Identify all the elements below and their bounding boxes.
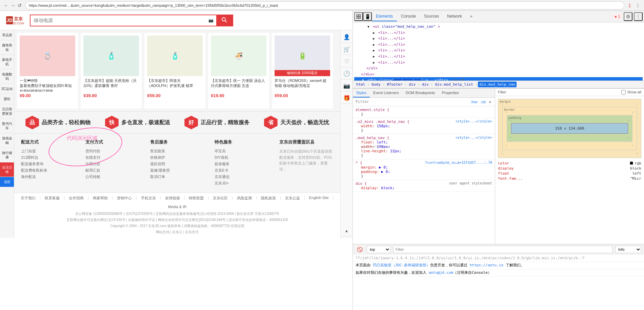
styles-tab-dom-breakpoints[interactable]: DOM Breakpoints — [402, 89, 439, 97]
sidebar-item-4[interactable]: 3C运动 — [0, 84, 14, 94]
dom-line-5[interactable]: <li>...</li> — [354, 53, 643, 60]
bottom-link-marketing[interactable]: 营销中心 — [117, 196, 132, 201]
console-log-link-aotu[interactable]: https://aotu.io — [470, 263, 503, 267]
console-clear-btn[interactable]: 🚫 — [356, 246, 364, 253]
footer-link-0-1[interactable]: 211限时达 — [21, 155, 75, 160]
rs-camera2-btn[interactable]: 📷 — [341, 80, 353, 92]
sidebar-item-10[interactable]: 还没迁移 — [0, 162, 14, 177]
sidebar-item-2[interactable]: 家电手机 — [0, 55, 14, 69]
bottom-link-sales[interactable]: 销售联盟 — [189, 196, 204, 201]
dom-triangle-1[interactable] — [372, 30, 376, 36]
bottom-link-cs[interactable]: 联系客服 — [45, 196, 60, 201]
bottom-link-privacy[interactable]: 隐私政策 — [261, 196, 276, 201]
bottom-link-about[interactable]: 关于我们 — [21, 196, 36, 201]
bottom-link-help[interactable]: 商家帮助 — [93, 196, 108, 201]
bottom-link-community[interactable]: 京东社区 — [213, 196, 228, 201]
console-level-select[interactable]: top verbose info warning error — [367, 246, 390, 253]
rs-heart-btn[interactable]: ♡ — [341, 56, 353, 67]
sidebar-item-7[interactable]: 图书汽车 — [0, 119, 14, 133]
sidebar-item-1[interactable]: 服饰美妆 — [0, 40, 14, 55]
sidebar-item-top[interactable]: 顶部 — [0, 177, 14, 187]
dom-line-4[interactable]: <li>...</li> — [354, 47, 643, 53]
styles-filter-cls-btn[interactable]: .cls — [479, 99, 487, 105]
footer-link-2-4[interactable]: 取消订单 — [150, 174, 204, 179]
footer-link-2-2[interactable]: 退款说明 — [150, 161, 204, 167]
css-source-mod-help-nav[interactable]: <style>...</style> — [456, 136, 492, 139]
footer-link-3-1[interactable]: DIY装机 — [215, 155, 269, 160]
bottom-link-english[interactable]: English Site — [309, 196, 329, 201]
footer-link-0-2[interactable]: 配送服务查询 — [21, 161, 75, 167]
forward-button[interactable]: → — [9, 2, 16, 9]
console-info-select[interactable]: Info Verbose Warnings Errors — [615, 246, 641, 253]
sidebar-item-3[interactable]: 电脑数码 — [0, 69, 14, 84]
dom-triangle-9[interactable] — [361, 77, 365, 80]
bottom-link-risk[interactable]: 风险监测 — [237, 196, 252, 201]
footer-link-3-2[interactable]: 延保服务 — [215, 161, 269, 167]
devtools-device-btn[interactable]: 📱 — [363, 12, 372, 21]
rs-up-btn[interactable]: ▲ — [341, 225, 353, 237]
styles-filter-input[interactable] — [355, 99, 469, 105]
back-button[interactable]: ← — [3, 2, 9, 9]
footer-link-1-3[interactable]: 邮局汇款 — [85, 168, 140, 173]
breadcrumb-body[interactable]: body — [370, 82, 382, 87]
address-bar[interactable]: https://www.jd.com/red-...&utm_source=ko… — [25, 1, 624, 9]
devtools-inspect-btn[interactable] — [354, 12, 363, 21]
dom-triangle-5[interactable] — [372, 53, 376, 60]
devtools-tab-elements[interactable]: Elements — [372, 12, 397, 21]
dom-line-2[interactable]: <li>...</li> — [354, 36, 643, 42]
dom-triangle-3[interactable] — [372, 42, 376, 48]
dom-line-6[interactable]: <li>...</li> — [354, 60, 643, 66]
sidebar-item-8[interactable]: 游戏金融 — [0, 133, 14, 148]
dom-line-3[interactable]: <li>...</li> — [354, 42, 643, 48]
bottom-link-media[interactable]: Media & IR — [168, 205, 186, 209]
footer-link-1-2[interactable]: 分期付款 — [85, 161, 140, 167]
breadcrumb-footer[interactable]: #footer — [385, 82, 404, 87]
refresh-button[interactable]: ↺ — [16, 2, 23, 9]
sidebar-item-5[interactable]: 爱吃 — [0, 94, 14, 104]
rs-cart-btn[interactable]: 🛒 — [341, 44, 353, 55]
dom-triangle-4[interactable] — [372, 47, 376, 53]
breadcrumb-div2[interactable]: div — [421, 82, 430, 87]
extensions-button[interactable]: 1 — [626, 2, 633, 9]
devtools-settings-btn[interactable]: ⚙ — [624, 12, 632, 21]
styles-filter-hov-btn[interactable]: :hov — [469, 99, 479, 105]
devtools-tab-network[interactable]: Network — [443, 12, 466, 21]
footer-link-1-4[interactable]: 公司转账 — [85, 174, 140, 179]
dom-line-1[interactable]: <li>...</li> — [354, 30, 643, 36]
bottom-link-friends[interactable]: 友情链接 — [165, 196, 180, 201]
styles-tab-styles[interactable]: Styles — [353, 89, 370, 97]
camera-icon[interactable]: 📷 — [206, 18, 216, 23]
devtools-more-btn[interactable]: ⋮ — [634, 12, 643, 21]
footer-link-3-5[interactable]: 京东JD+ — [215, 181, 269, 186]
dom-triangle-0[interactable] — [366, 24, 370, 30]
devtools-tab-console[interactable]: Console — [397, 12, 420, 21]
breadcrumb-div-mod-help-nav[interactable]: div.mod_help_nav — [478, 82, 517, 87]
bottom-link-mobile[interactable]: 手机京东 — [141, 196, 156, 201]
footer-link-0-4[interactable]: 海外配送 — [21, 174, 75, 179]
footer-link-3-3[interactable]: 京东E卡 — [215, 168, 269, 173]
sidebar-item-6[interactable]: 贝贝母婴家居 — [0, 104, 14, 119]
dom-line-0[interactable]: <ul class="mod_help_nav_con" > — [354, 24, 643, 30]
footer-link-2-0[interactable]: 售后政策 — [150, 149, 204, 154]
dom-line-8[interactable]: </div> — [354, 71, 643, 78]
footer-link-3-0[interactable]: 夺宝岛 — [215, 149, 269, 154]
styles-filter-add-btn[interactable]: + — [487, 98, 493, 105]
breadcrumb-html[interactable]: html — [355, 82, 367, 87]
footer-link-0-0[interactable]: 上门自提 — [21, 149, 75, 154]
dom-line-7[interactable]: </ul> — [354, 65, 643, 71]
footer-link-1-1[interactable]: 在线支付 — [85, 155, 140, 160]
sidebar-item-9[interactable]: 旅行健康 — [0, 148, 14, 162]
footer-link-1-0[interactable]: 货到付款 — [85, 149, 140, 154]
breadcrumb-div1[interactable]: div — [407, 82, 417, 87]
rs-gift-btn[interactable]: 🎁 — [341, 92, 353, 104]
breadcrumb-div-mod-help-list[interactable]: div.mod_help_list — [434, 82, 475, 87]
bottom-link-charity[interactable]: 京东公益 — [285, 196, 300, 201]
styles-tab-event-listeners[interactable]: Event Listeners — [370, 89, 402, 97]
styles-tab-properties[interactable]: Properties — [439, 89, 462, 97]
rs-history-btn[interactable]: 🕐 — [341, 68, 353, 80]
sidebar-item-0[interactable]: 享品质 — [0, 30, 14, 40]
show-all-checkbox[interactable] — [621, 90, 626, 94]
console-log-link-email[interactable]: aotu@jd.com — [429, 270, 454, 275]
menu-button[interactable]: ⋮ — [635, 2, 641, 9]
dom-triangle-6[interactable] — [372, 60, 376, 66]
